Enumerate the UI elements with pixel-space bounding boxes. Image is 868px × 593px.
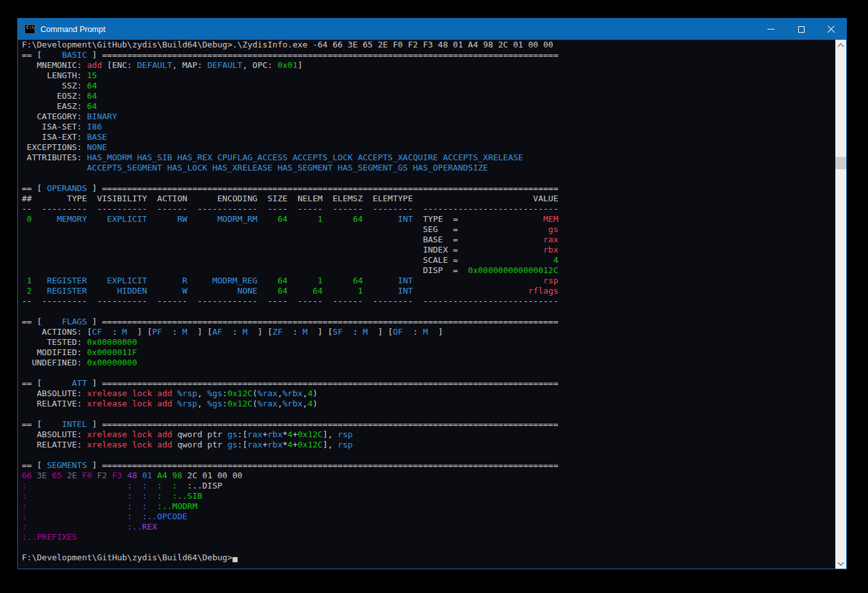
scrollbar[interactable] [835, 40, 846, 569]
terminal-line [22, 450, 559, 460]
terminal-line: : : : : :..SIB [22, 491, 559, 501]
terminal-line: == [ OPERANDS ] ========================… [22, 183, 559, 194]
scrollbar-up-button[interactable] [835, 40, 846, 51]
window-title: Command Prompt [40, 25, 105, 34]
terminal-line: 0 MEMORY EXPLICIT RW MODRM_RM 64 1 64 IN… [22, 214, 559, 224]
terminal-line: ISA-EXT: BASE [22, 132, 559, 142]
terminal-line: LENGTH: 15 [22, 71, 559, 81]
terminal-line: ACCEPTS_SEGMENT HAS_LOCK HAS_XRELEASE HA… [22, 163, 559, 173]
terminal-line: ATTRIBUTES: HAS_MODRM HAS_SIB HAS_REX CP… [22, 153, 559, 163]
terminal-line: : : : : : :..DISP [22, 481, 559, 491]
terminal-line: EXCEPTIONS: NONE [22, 142, 559, 153]
terminal-line: SSZ: 64 [22, 81, 559, 91]
terminal-line: UNDEFINED: 0x00000000 [22, 358, 559, 368]
scrollbar-down-button[interactable] [835, 558, 846, 569]
terminal-line: EOSZ: 64 [22, 91, 559, 101]
chevron-up-icon [838, 43, 844, 49]
terminal-line [22, 368, 559, 378]
terminal-line: : :..REX [22, 522, 559, 532]
terminal-line [22, 542, 559, 553]
terminal-line: ## TYPE VISIBILITY ACTION ENCODING SIZE … [22, 194, 559, 204]
terminal-line: 2 REGISTER HIDDEN W NONE 64 64 1 INT rfl… [22, 286, 559, 296]
terminal-line: DISP = 0x000000000000012C [22, 265, 559, 276]
terminal-line: -- --------- ---------- ------ ---------… [22, 204, 559, 214]
terminal-line: 1 REGISTER EXPLICIT R MODRM_REG 64 1 64 … [22, 276, 559, 286]
cmd-icon: C:\ [24, 24, 35, 34]
terminal-line: ABSOLUTE: xrelease lock add %rsp, %gs:0x… [22, 388, 559, 399]
terminal-line: :..PREFIXES [22, 532, 559, 542]
text-cursor [233, 553, 238, 562]
terminal-output[interactable]: F:\Development\GitHub\zydis\Build64\Debu… [22, 40, 559, 563]
terminal-line: -- --------- ---------- ------ ---------… [22, 296, 559, 306]
minimize-button[interactable] [756, 19, 786, 40]
cmd-icon-text: C:\ [26, 26, 35, 30]
terminal-line: ISA-SET: I86 [22, 122, 559, 132]
close-button[interactable] [816, 19, 846, 40]
cmd-window: C:\ Command Prompt F:\Development\GitHub… [17, 18, 847, 569]
terminal-line: SEG = gs [22, 224, 559, 235]
terminal-line: 66 3E 65 2E F0 F2 F3 48 01 A4 98 2C 01 0… [22, 471, 559, 481]
scrollbar-thumb[interactable] [835, 157, 846, 169]
terminal-line: RELATIVE: xrelease lock add qword ptr gs… [22, 440, 559, 450]
terminal-line: INDEX = rbx [22, 245, 559, 255]
terminal-line: RELATIVE: xrelease lock add %rsp, %gs:0x… [22, 399, 559, 409]
console-body: F:\Development\GitHub\zydis\Build64\Debu… [18, 40, 846, 569]
terminal-line: EASZ: 64 [22, 101, 559, 112]
window-controls [756, 19, 846, 40]
terminal-line: == [ BASIC ] ===========================… [22, 50, 559, 60]
terminal-line: MNEMONIC: add [ENC: DEFAULT, MAP: DEFAUL… [22, 60, 559, 71]
terminal-line: CATEGORY: BINARY [22, 112, 559, 122]
maximize-button[interactable] [786, 19, 816, 40]
terminal-line: == [ INTEL ] ===========================… [22, 419, 559, 430]
desktop: { "window": { "title": "Command Prompt",… [0, 0, 868, 593]
terminal-line: F:\Development\GitHub\zydis\Build64\Debu… [22, 553, 559, 563]
terminal-line: ABSOLUTE: xrelease lock add qword ptr gs… [22, 430, 559, 440]
maximize-icon [798, 26, 805, 33]
close-icon [827, 25, 835, 33]
terminal-line: : : : :..MODRM [22, 501, 559, 512]
terminal-line [22, 173, 559, 183]
minimize-icon [767, 29, 774, 29]
terminal-line [22, 306, 559, 317]
terminal-line: == [ SEGMENTS ] ========================… [22, 460, 559, 471]
terminal-line: == [ ATT ] =============================… [22, 378, 559, 388]
terminal-line: ACTIONS: [CF : M ] [PF : M ] [AF : M ] [… [22, 327, 559, 337]
terminal-line: SCALE = 4 [22, 255, 559, 265]
terminal-line: BASE = rax [22, 235, 559, 245]
titlebar[interactable]: C:\ Command Prompt [18, 19, 846, 40]
terminal-line: TESTED: 0x00000000 [22, 337, 559, 347]
terminal-line [22, 409, 559, 419]
terminal-line: MODIFIED: 0x0000011F [22, 347, 559, 358]
terminal-line: : : :..OPCODE [22, 512, 559, 522]
terminal-line: == [ FLAGS ] ===========================… [22, 317, 559, 327]
chevron-down-icon [838, 559, 844, 565]
terminal-line: F:\Development\GitHub\zydis\Build64\Debu… [22, 40, 559, 50]
